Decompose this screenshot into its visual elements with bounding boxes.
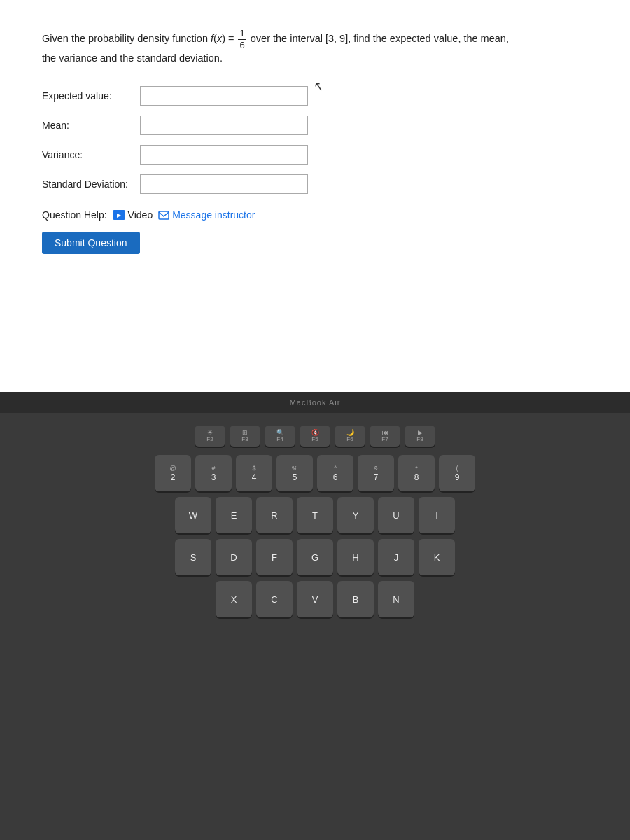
key-b[interactable]: B (337, 581, 374, 617)
key-f6[interactable]: 🌙 F6 (335, 426, 365, 447)
submit-button[interactable]: Submit Question (42, 232, 140, 254)
key-6[interactable]: ^ 6 (317, 455, 354, 491)
expected-value-group: Expected value: (42, 86, 588, 106)
key-3[interactable]: # 3 (195, 455, 232, 491)
video-link[interactable]: ▶ Video (113, 209, 153, 220)
key-7[interactable]: & 7 (358, 455, 394, 491)
key-t[interactable]: T (297, 497, 333, 533)
key-f2[interactable]: ☀ F2 (195, 426, 225, 447)
key-c[interactable]: C (256, 581, 293, 617)
variance-label: Variance: (42, 149, 140, 160)
screen-content: Given the probability density function f… (0, 0, 630, 392)
brand-label: MacBook Air (290, 398, 341, 407)
variance-group: Variance: (42, 145, 588, 164)
fraction: 1 6 (238, 28, 246, 50)
mail-icon (158, 211, 169, 220)
laptop-bezel: MacBook Air (0, 392, 630, 413)
key-h[interactable]: H (337, 539, 374, 575)
expected-value-input[interactable] (140, 86, 308, 106)
key-x[interactable]: X (216, 581, 252, 617)
key-d[interactable]: D (216, 539, 252, 575)
expected-value-label: Expected value: (42, 90, 140, 102)
key-n[interactable]: N (378, 581, 414, 617)
asdf-row: S D F G H J K (21, 539, 609, 575)
msg-label: Message instructor (172, 209, 255, 220)
svg-rect-0 (159, 211, 169, 219)
key-v[interactable]: V (297, 581, 333, 617)
key-g[interactable]: G (297, 539, 333, 575)
video-icon: ▶ (113, 210, 125, 220)
key-i[interactable]: I (419, 497, 455, 533)
number-key-row: @ 2 # 3 $ 4 % 5 ^ 6 & 7 * 8 ( 9 (21, 455, 609, 491)
key-w[interactable]: W (175, 497, 211, 533)
key-f4[interactable]: 🔍 F4 (265, 426, 295, 447)
question-line2: the variance and the standard deviation. (42, 52, 223, 64)
key-f7[interactable]: ⏮ F7 (370, 426, 400, 447)
keyboard: ☀ F2 ⊞ F3 🔍 F4 🔇 F5 🌙 F6 ⏮ F7 ▶ F8 (0, 413, 630, 840)
key-j[interactable]: J (378, 539, 414, 575)
std-dev-input[interactable] (140, 174, 308, 194)
video-label: Video (128, 209, 153, 220)
key-8[interactable]: * 8 (398, 455, 435, 491)
question-help: Question Help: ▶ Video Message instructo… (42, 209, 588, 220)
key-s[interactable]: S (175, 539, 211, 575)
key-f[interactable]: F (256, 539, 293, 575)
key-u[interactable]: U (378, 497, 414, 533)
help-label: Question Help: (42, 209, 107, 220)
qwerty-row1: W E R T Y U I (21, 497, 609, 533)
std-dev-label: Standard Deviation: (42, 178, 140, 190)
message-instructor-link[interactable]: Message instructor (158, 209, 255, 220)
function-notation: f (211, 33, 214, 44)
mean-input[interactable] (140, 115, 308, 135)
question-suffix: over the interval [3, 9], find the expec… (251, 33, 509, 44)
key-2[interactable]: @ 2 (155, 455, 191, 491)
key-f8[interactable]: ▶ F8 (405, 426, 435, 447)
zxcv-row: X C V B N (21, 581, 609, 617)
key-f3[interactable]: ⊞ F3 (230, 426, 260, 447)
key-y[interactable]: Y (337, 497, 374, 533)
key-5[interactable]: % 5 (276, 455, 313, 491)
fn-key-row: ☀ F2 ⊞ F3 🔍 F4 🔇 F5 🌙 F6 ⏮ F7 ▶ F8 (21, 426, 609, 447)
variance-input[interactable] (140, 145, 308, 164)
mean-group: Mean: (42, 115, 588, 135)
mean-label: Mean: (42, 120, 140, 131)
question-text: Given the probability density function f… (42, 28, 588, 66)
key-e[interactable]: E (216, 497, 252, 533)
key-k[interactable]: K (419, 539, 455, 575)
key-f5[interactable]: 🔇 F5 (300, 426, 330, 447)
question-prefix: Given the probability density function (42, 33, 211, 44)
key-r[interactable]: R (256, 497, 293, 533)
key-4[interactable]: $ 4 (236, 455, 272, 491)
key-9[interactable]: ( 9 (439, 455, 475, 491)
std-dev-group: Standard Deviation: (42, 174, 588, 194)
